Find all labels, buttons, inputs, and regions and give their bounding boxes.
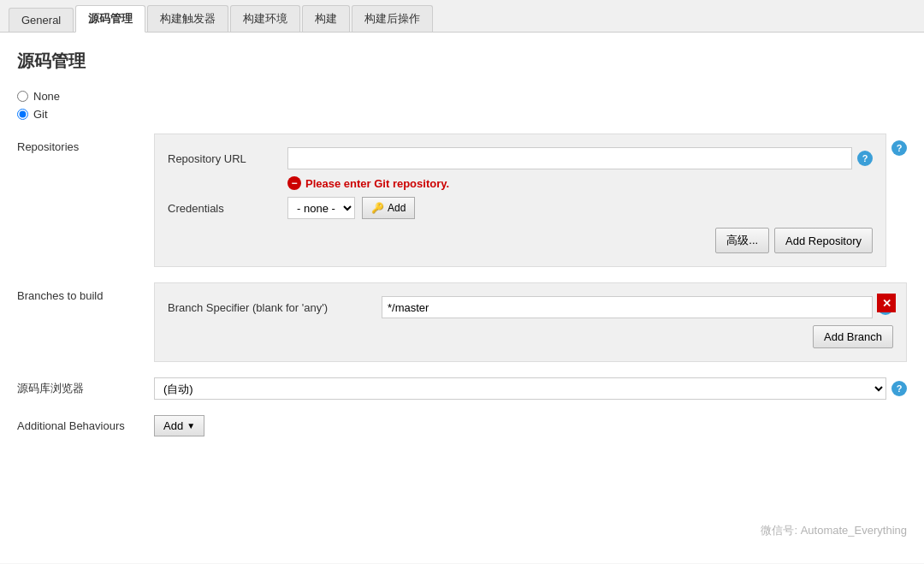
repositories-content: Repository URL ? − Please enter Git repo… xyxy=(154,134,886,267)
none-radio[interactable] xyxy=(17,91,28,102)
repo-url-input[interactable] xyxy=(287,147,852,169)
branch-specifier-input[interactable] xyxy=(382,296,873,318)
git-radio-item[interactable]: Git xyxy=(17,108,907,121)
error-icon: − xyxy=(287,176,301,190)
page-title: 源码管理 xyxy=(17,50,907,73)
repositories-label: Repositories xyxy=(17,134,154,267)
git-label: Git xyxy=(33,108,48,121)
tab-triggers[interactable]: 构建触发器 xyxy=(147,5,228,32)
repo-url-help-icon[interactable]: ? xyxy=(857,151,873,166)
none-radio-item[interactable]: None xyxy=(17,90,907,103)
browser-label: 源码库浏览器 xyxy=(17,381,154,396)
add-branch-button[interactable]: Add Branch xyxy=(813,325,893,348)
credentials-select[interactable]: - none - xyxy=(287,197,355,219)
branches-content: ✕ Branch Specifier (blank for 'any') ? A… xyxy=(154,282,907,362)
tab-general[interactable]: General xyxy=(9,8,74,32)
credentials-row: Credentials - none - 🔑 Add xyxy=(168,197,873,219)
repo-action-row: 高级... Add Repository xyxy=(168,228,873,253)
browser-section: 源码库浏览器 (自动) ? xyxy=(17,377,907,400)
close-branch-button[interactable]: ✕ xyxy=(877,294,896,312)
branch-specifier-label: Branch Specifier (blank for 'any') xyxy=(168,301,382,314)
branch-specifier-row: Branch Specifier (blank for 'any') ? xyxy=(168,296,893,318)
branches-label: Branches to build xyxy=(17,282,154,362)
git-radio[interactable] xyxy=(17,109,28,120)
repositories-section: Repositories Repository URL ? − Please e… xyxy=(17,134,907,267)
main-content: 源码管理 None Git Repositories Repository UR… xyxy=(0,33,924,563)
tab-env[interactable]: 构建环境 xyxy=(230,5,300,32)
add-behaviour-button[interactable]: Add ▼ xyxy=(154,415,204,436)
add-credentials-button[interactable]: 🔑 Add xyxy=(362,197,415,219)
tab-bar: General 源码管理 构建触发器 构建环境 构建 构建后操作 xyxy=(0,0,924,33)
tab-source[interactable]: 源码管理 xyxy=(75,5,145,33)
tab-post[interactable]: 构建后操作 xyxy=(352,5,433,32)
repo-url-label: Repository URL xyxy=(168,152,287,165)
add-btn-label: Add xyxy=(388,202,406,214)
behaviours-section: Additional Behaviours Add ▼ xyxy=(17,415,907,436)
error-row: − Please enter Git repository. xyxy=(287,176,873,190)
advanced-button[interactable]: 高级... xyxy=(715,228,769,253)
browser-select-wrapper: (自动) xyxy=(154,377,886,400)
add-behaviour-label: Add xyxy=(163,419,183,432)
branches-section: Branches to build ✕ Branch Specifier (bl… xyxy=(17,282,907,362)
none-label: None xyxy=(33,90,60,103)
behaviours-label: Additional Behaviours xyxy=(17,419,154,432)
scm-radio-group: None Git xyxy=(17,90,907,121)
browser-help-icon[interactable]: ? xyxy=(891,381,907,396)
dropdown-arrow-icon: ▼ xyxy=(187,421,195,430)
branch-action-row: Add Branch xyxy=(168,325,893,348)
repo-url-row: Repository URL ? xyxy=(168,147,873,169)
tab-build[interactable]: 构建 xyxy=(302,5,350,32)
error-message: Please enter Git repository. xyxy=(305,177,449,190)
key-icon: 🔑 xyxy=(371,202,384,214)
credentials-label: Credentials xyxy=(168,202,287,215)
browser-select[interactable]: (自动) xyxy=(154,377,886,400)
repositories-help-icon[interactable]: ? xyxy=(891,140,907,156)
add-repository-button[interactable]: Add Repository xyxy=(774,228,873,253)
